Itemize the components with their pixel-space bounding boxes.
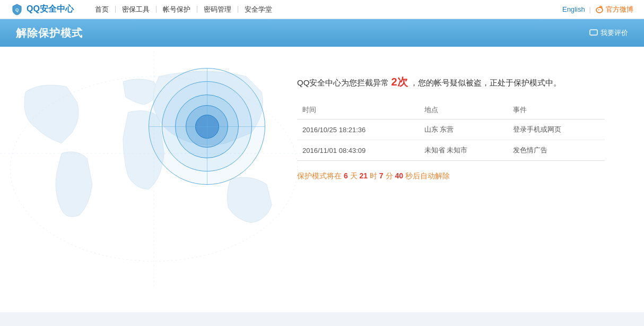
alert-count: 2次 [391, 76, 408, 88]
weibo-icon [595, 5, 604, 14]
page-title: 解除保护模式 [16, 26, 83, 40]
nav-security-tools[interactable]: 密保工具 [116, 6, 156, 13]
main-nav: 首页 密保工具 帐号保护 密码管理 安全学堂 [89, 6, 279, 13]
countdown-days: 6 [344, 171, 348, 180]
svg-rect-3 [590, 30, 597, 35]
alert-prefix: QQ安全中心为您拦截异常 [297, 78, 389, 87]
radar-crosshair-vertical [207, 68, 207, 185]
cell-location-0: 山东 东营 [419, 119, 508, 140]
countdown-prefix: 保护模式将在 [297, 171, 342, 180]
weibo-link[interactable]: 官方微博 [595, 5, 633, 14]
feedback-button[interactable]: 我要评价 [589, 28, 628, 38]
cell-event-0: 登录手机或网页 [508, 119, 605, 140]
col-header-location: 地点 [419, 101, 508, 119]
events-table-body: 2016/10/25 18:21:36山东 东营登录手机或网页2016/11/0… [297, 119, 605, 161]
nav-home[interactable]: 首页 [89, 6, 116, 13]
col-header-time: 时间 [297, 101, 419, 119]
feedback-label: 我要评价 [601, 28, 628, 38]
cell-time-1: 2016/11/01 08:43:09 [297, 140, 419, 161]
cell-time-0: 2016/10/25 18:21:36 [297, 119, 419, 140]
english-link[interactable]: English [562, 5, 585, 13]
comment-icon [589, 29, 598, 37]
countdown-minutes: 7 [379, 171, 384, 180]
logo-area: Q QQ安全中心 [11, 3, 74, 16]
col-header-event: 事件 [508, 101, 605, 119]
svg-point-2 [598, 9, 599, 10]
countdown-days-label: 天 [350, 171, 358, 180]
countdown-seconds: 40 [395, 171, 403, 180]
logo-text: QQ安全中心 [27, 4, 74, 15]
qq-shield-icon: Q [11, 3, 23, 16]
nav-password-management[interactable]: 密码管理 [197, 6, 238, 13]
weibo-label: 官方微博 [606, 5, 633, 14]
countdown-seconds-label: 秒后自动解除 [405, 171, 450, 180]
cell-location-1: 未知省 未知市 [419, 140, 508, 161]
countdown-hours-label: 时 [370, 171, 377, 180]
countdown-text: 保护模式将在 6 天 21 时 7 分 40 秒后自动解除 [297, 171, 628, 181]
events-table: 时间 地点 事件 2016/10/25 18:21:36山东 东营登录手机或网页… [297, 101, 605, 161]
countdown-hours: 21 [359, 171, 368, 180]
header-divider: | [589, 5, 591, 13]
header-left: Q QQ安全中心 首页 密保工具 帐号保护 密码管理 安全学堂 [11, 3, 279, 16]
main-content: QQ安全中心为您拦截异常 2次 ，您的帐号疑似被盗，正处于保护模式中。 时间 地… [0, 47, 644, 312]
svg-text:Q: Q [15, 7, 19, 12]
table-row: 2016/11/01 08:43:09未知省 未知市发色情广告 [297, 140, 605, 161]
header: Q QQ安全中心 首页 密保工具 帐号保护 密码管理 安全学堂 English … [0, 0, 644, 19]
radar-visualization [149, 68, 265, 185]
svg-point-1 [596, 7, 603, 13]
alert-message: QQ安全中心为您拦截异常 2次 ，您的帐号疑似被盗，正处于保护模式中。 [297, 73, 628, 90]
table-row: 2016/10/25 18:21:36山东 东营登录手机或网页 [297, 119, 605, 140]
header-right: English | 官方微博 [562, 5, 633, 14]
page-header: 解除保护模式 我要评价 [0, 19, 644, 47]
nav-security-academy[interactable]: 安全学堂 [238, 6, 279, 13]
nav-account-protection[interactable]: 帐号保护 [156, 6, 197, 13]
cell-event-1: 发色情广告 [508, 140, 605, 161]
countdown-minutes-label: 分 [386, 171, 393, 180]
info-section: QQ安全中心为您拦截异常 2次 ，您的帐号疑似被盗，正处于保护模式中。 时间 地… [297, 63, 644, 181]
alert-suffix: ，您的帐号疑似被盗，正处于保护模式中。 [410, 78, 561, 87]
